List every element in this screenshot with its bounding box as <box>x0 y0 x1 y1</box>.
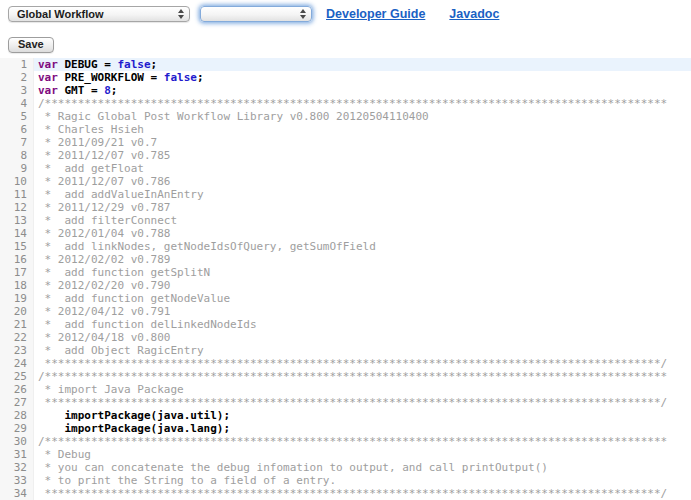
line-number: 6 <box>0 123 34 136</box>
code-line[interactable]: 3var GMT = 8; <box>0 84 691 97</box>
code-line[interactable]: 7 * 2011/09/21 v0.7 <box>0 136 691 149</box>
workflow-select[interactable]: Global Workflow <box>8 6 190 22</box>
line-number: 22 <box>0 331 34 344</box>
code-line[interactable]: 6 * Charles Hsieh <box>0 123 691 136</box>
line-number: 7 <box>0 136 34 149</box>
code-line[interactable]: 32 * you can concatenate the debug infom… <box>0 461 691 474</box>
code-line[interactable]: 15 * add linkNodes, getNodeIdsOfQuery, g… <box>0 240 691 253</box>
code-line-text: /***************************************… <box>34 97 691 110</box>
code-line-text: * import Java Package <box>34 383 691 396</box>
code-line[interactable]: 27 *************************************… <box>0 396 691 409</box>
code-line-text: * add Object RagicEntry <box>34 344 691 357</box>
code-editor[interactable]: 1var DEBUG = false;2var PRE_WORKFLOW = f… <box>0 58 691 500</box>
code-line-text: * 2011/12/29 v0.787 <box>34 201 691 214</box>
line-number: 30 <box>0 435 34 448</box>
line-number: 2 <box>0 71 34 84</box>
line-number: 3 <box>0 84 34 97</box>
code-line[interactable]: 10 * 2011/12/07 v0.786 <box>0 175 691 188</box>
code-line[interactable]: 31 * Debug <box>0 448 691 461</box>
line-number: 32 <box>0 461 34 474</box>
line-number: 25 <box>0 370 34 383</box>
code-line[interactable]: 9 * add getFloat <box>0 162 691 175</box>
line-number: 21 <box>0 318 34 331</box>
script-select[interactable] <box>200 6 312 22</box>
code-line-text: var GMT = 8; <box>34 84 691 97</box>
code-line-text: * add function delLinkedNodeIds <box>34 318 691 331</box>
line-number: 20 <box>0 305 34 318</box>
line-number: 16 <box>0 253 34 266</box>
code-line[interactable]: 33 * to print the String to a field of a… <box>0 474 691 487</box>
code-line[interactable]: 4/**************************************… <box>0 97 691 110</box>
code-line-text: * 2012/02/02 v0.789 <box>34 253 691 266</box>
code-line[interactable]: 22 * 2012/04/18 v0.800 <box>0 331 691 344</box>
code-line[interactable]: 1var DEBUG = false; <box>0 58 691 71</box>
code-line-text: * you can concatenate the debug infomati… <box>34 461 691 474</box>
code-line[interactable]: 30/*************************************… <box>0 435 691 448</box>
code-line-text: /***************************************… <box>34 370 691 383</box>
code-line-text: /***************************************… <box>34 435 691 448</box>
javadoc-link[interactable]: Javadoc <box>449 7 499 21</box>
toolbar: Global Workflow Developer Guide Javadoc <box>0 0 691 21</box>
code-line-text: var PRE_WORKFLOW = false; <box>34 71 691 84</box>
line-number: 33 <box>0 474 34 487</box>
line-number: 13 <box>0 214 34 227</box>
code-line-text: * 2011/12/07 v0.786 <box>34 175 691 188</box>
line-number: 28 <box>0 409 34 422</box>
code-line[interactable]: 21 * add function delLinkedNodeIds <box>0 318 691 331</box>
line-number: 17 <box>0 266 34 279</box>
code-line[interactable]: 5 * Ragic Global Post Workflow Library v… <box>0 110 691 123</box>
developer-guide-link[interactable]: Developer Guide <box>326 7 425 21</box>
select-arrows-icon <box>178 9 184 19</box>
code-line[interactable]: 24 *************************************… <box>0 357 691 370</box>
line-number: 14 <box>0 227 34 240</box>
code-line-text: * 2011/09/21 v0.7 <box>34 136 691 149</box>
code-line[interactable]: 18 * 2012/02/20 v0.790 <box>0 279 691 292</box>
code-line[interactable]: 23 * add Object RagicEntry <box>0 344 691 357</box>
code-line-text: * 2012/04/12 v0.791 <box>34 305 691 318</box>
line-number: 26 <box>0 383 34 396</box>
save-button[interactable]: Save <box>8 37 54 53</box>
select-arrows-icon <box>300 9 306 19</box>
line-number: 10 <box>0 175 34 188</box>
line-number: 8 <box>0 149 34 162</box>
line-number: 9 <box>0 162 34 175</box>
code-line-text: ****************************************… <box>34 487 691 500</box>
code-line-text: * add getFloat <box>34 162 691 175</box>
code-line[interactable]: 28 importPackage(java.util); <box>0 409 691 422</box>
code-line-text: * 2012/04/18 v0.800 <box>34 331 691 344</box>
code-line[interactable]: 11 * add addValueInAnEntry <box>0 188 691 201</box>
code-line-text: * 2011/12/07 v0.785 <box>34 149 691 162</box>
code-line-text: importPackage(java.util); <box>34 409 691 422</box>
code-line[interactable]: 14 * 2012/01/04 v0.788 <box>0 227 691 240</box>
code-line-text: var DEBUG = false; <box>34 58 691 71</box>
line-number: 34 <box>0 487 34 500</box>
line-number: 5 <box>0 110 34 123</box>
code-line-text: importPackage(java.lang); <box>34 422 691 435</box>
code-line-text: * add addValueInAnEntry <box>34 188 691 201</box>
line-number: 1 <box>0 58 34 71</box>
code-line[interactable]: 12 * 2011/12/29 v0.787 <box>0 201 691 214</box>
code-line-text: * Ragic Global Post Workflow Library v0.… <box>34 110 691 123</box>
code-line[interactable]: 19 * add function getNodeValue <box>0 292 691 305</box>
line-number: 27 <box>0 396 34 409</box>
code-line-text: * add filterConnect <box>34 214 691 227</box>
line-number: 11 <box>0 188 34 201</box>
code-line[interactable]: 8 * 2011/12/07 v0.785 <box>0 149 691 162</box>
line-number: 12 <box>0 201 34 214</box>
line-number: 18 <box>0 279 34 292</box>
code-line[interactable]: 13 * add filterConnect <box>0 214 691 227</box>
code-line[interactable]: 2var PRE_WORKFLOW = false; <box>0 71 691 84</box>
code-line-text: * add function getNodeValue <box>34 292 691 305</box>
code-line-text: * 2012/02/20 v0.790 <box>34 279 691 292</box>
code-line[interactable]: 17 * add function getSplitN <box>0 266 691 279</box>
code-line[interactable]: 29 importPackage(java.lang); <box>0 422 691 435</box>
code-line[interactable]: 20 * 2012/04/12 v0.791 <box>0 305 691 318</box>
code-line[interactable]: 25/*************************************… <box>0 370 691 383</box>
code-line[interactable]: 26 * import Java Package <box>0 383 691 396</box>
code-line[interactable]: 16 * 2012/02/02 v0.789 <box>0 253 691 266</box>
code-line-text: * 2012/01/04 v0.788 <box>34 227 691 240</box>
code-line-text: * Debug <box>34 448 691 461</box>
line-number: 31 <box>0 448 34 461</box>
code-line[interactable]: 34 *************************************… <box>0 487 691 500</box>
code-lines: 1var DEBUG = false;2var PRE_WORKFLOW = f… <box>0 58 691 500</box>
